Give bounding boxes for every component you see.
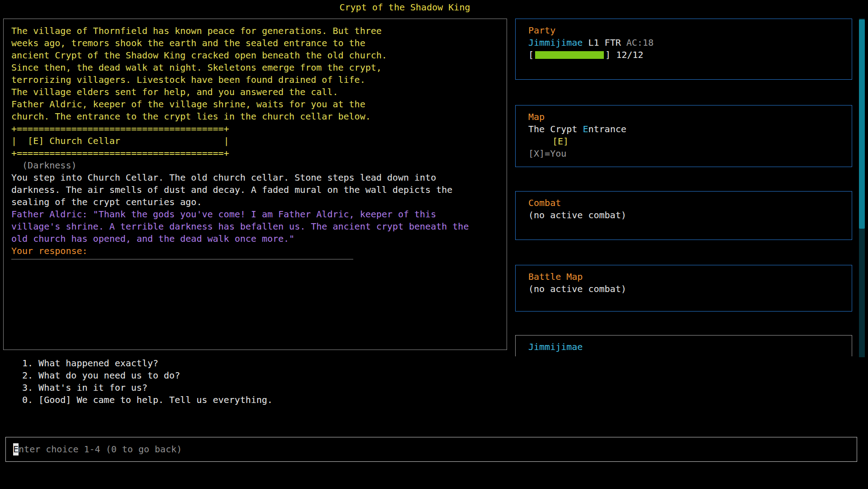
scrollbar-thumb[interactable] (859, 19, 865, 229)
party-member-name: Jimmijimae (528, 37, 583, 48)
choice-item-2[interactable]: 2. What do you need us to do? (22, 369, 273, 382)
map-entrance-marker: [E] (552, 135, 852, 148)
story-line: church. The entrance to the crypt lies i… (11, 110, 502, 123)
party-panel: Party Jimmijimae L1 FTR AC:18 [] 12/12 (515, 19, 852, 80)
map-panel-title: Map (528, 111, 852, 123)
character-sheet-title: Jimmijimae (528, 341, 852, 353)
party-member-stats: L1 FTR (583, 37, 626, 48)
combat-panel-title: Combat (528, 197, 852, 209)
room-banner-title: | [E] Church Cellar | (11, 135, 502, 147)
choice-item-1[interactable]: 1. What happened exactly? (22, 357, 273, 369)
party-member-ac: AC:18 (626, 37, 654, 48)
battle-map-panel-title: Battle Map (528, 271, 852, 283)
map-panel: Map The Crypt Entrance [E] [X]=You (515, 105, 852, 167)
combat-panel: Combat (no active combat) (515, 191, 852, 240)
response-underline (11, 259, 353, 259)
story-line: ancient Crypt of the Shadow King cracked… (11, 49, 502, 62)
your-response-label: Your response: (11, 245, 502, 257)
map-location-prefix: The Crypt (528, 124, 583, 134)
battle-map-status: (no active combat) (528, 283, 852, 295)
hp-bracket-open: [ (528, 49, 534, 60)
status-bar: ^q Quit (11, 478, 60, 489)
story-line: Father Aldric, keeper of the village shr… (11, 98, 502, 110)
map-location-suffix: ntrance (588, 124, 626, 134)
story-line: Since then, the dead walk at night. Skel… (11, 62, 502, 74)
choice-list: 1. What happened exactly? 2. What do you… (22, 357, 273, 406)
input-placeholder: nter choice 1-4 (0 to go back) (19, 443, 182, 455)
character-sheet-panel: Jimmijimae (515, 335, 852, 356)
choice-input[interactable]: Enter choice 1-4 (0 to go back) (5, 437, 857, 462)
room-description-line: darkness. The air smells of dust and dec… (11, 184, 502, 196)
hp-row: [] 12/12 (528, 49, 852, 61)
hp-value: 12/12 (611, 49, 643, 60)
hp-bracket-close: ] (605, 49, 611, 60)
story-line: The village of Thornfield has known peac… (11, 25, 502, 37)
room-description-line: You step into Church Cellar. The old chu… (11, 172, 502, 184)
room-banner-top: +======================================+ (11, 123, 502, 135)
map-legend: [X]=You (528, 148, 852, 160)
choice-item-3[interactable]: 3. What's in it for us? (22, 382, 273, 394)
choice-item-0[interactable]: 0. [Good] We came to help. Tell us every… (22, 394, 273, 406)
npc-dialogue-line: old church has opened, and the dead walk… (11, 233, 502, 245)
battle-map-panel: Battle Map (no active combat) (515, 265, 852, 312)
room-description-line: sealing of the crypt centuries ago. (11, 196, 502, 208)
story-line: weeks ago, tremors shook the earth and t… (11, 37, 502, 49)
party-member-row: Jimmijimae L1 FTR AC:18 (528, 37, 852, 49)
npc-dialogue-line: Father Aldric: "Thank the gods you've co… (11, 208, 502, 221)
scrollbar[interactable] (859, 19, 865, 357)
narrative-panel: The village of Thornfield has known peac… (3, 19, 507, 350)
npc-dialogue-line: village's shrine. A terrible darkness ha… (11, 221, 502, 233)
combat-status: (no active combat) (528, 209, 852, 221)
map-location-marker-letter: E (583, 124, 588, 134)
room-lighting-label: (Darkness) (11, 159, 502, 172)
story-line: The village elders sent for help, and yo… (11, 86, 502, 98)
map-location-row: The Crypt Entrance (528, 123, 852, 135)
party-panel-title: Party (528, 24, 852, 37)
text-cursor: E (13, 443, 19, 455)
window-title: Crypt of the Shadow King (0, 1, 810, 14)
hp-bar (535, 51, 604, 59)
room-banner-bottom: +======================================+ (11, 147, 502, 159)
story-line: terrorizing villagers. Livestock have be… (11, 74, 502, 86)
